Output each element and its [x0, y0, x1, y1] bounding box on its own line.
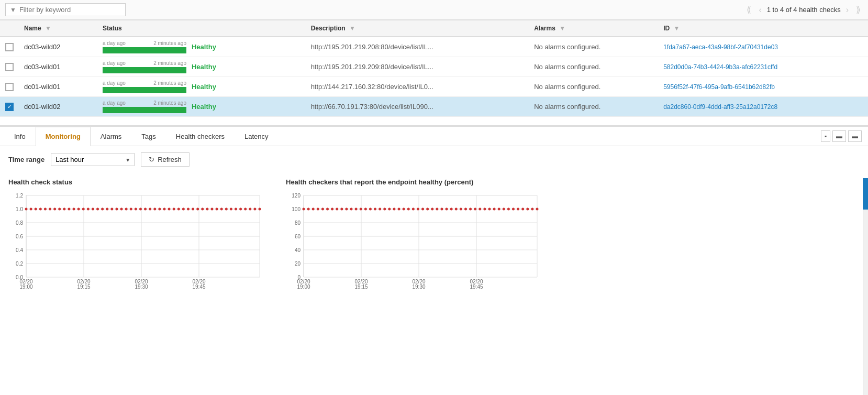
prev-page-button[interactable]: ‹ [756, 4, 763, 16]
svg-point-62 [230, 208, 232, 211]
tab-health-checkers[interactable]: Health checkers [166, 127, 235, 146]
svg-text:1.2: 1.2 [16, 193, 23, 199]
bar-start: a day ago [103, 100, 126, 106]
svg-point-107 [355, 208, 358, 211]
row-id-link[interactable]: 5956f52f-47f6-495a-9afb-6541b62d82fb [663, 83, 775, 91]
svg-point-141 [517, 208, 519, 211]
status-label: Healthy [192, 43, 216, 51]
row-checkbox-cell [0, 77, 19, 97]
row-name: dc01-wild01 [19, 77, 97, 97]
filter-input[interactable] [19, 6, 121, 14]
svg-point-137 [498, 208, 500, 211]
row-id-cell: 582d0d0a-74b3-4424-9b3a-afc62231cffd [658, 57, 868, 77]
svg-point-116 [398, 208, 400, 211]
pagination-text: 1 to 4 of 4 health checks [767, 6, 841, 14]
name-sort-icon[interactable]: ▼ [45, 25, 51, 32]
svg-text:19:30: 19:30 [135, 284, 148, 290]
row-checkbox[interactable] [5, 63, 14, 71]
svg-text:19:45: 19:45 [470, 284, 483, 290]
id-sort-icon[interactable]: ▼ [673, 25, 680, 32]
svg-text:19:45: 19:45 [192, 284, 205, 290]
time-range-select[interactable]: Last hourLast 3 hoursLast 6 hoursLast 12… [51, 153, 135, 166]
svg-point-31 [82, 208, 85, 211]
svg-point-134 [483, 208, 486, 211]
name-column-header: Name ▼ [19, 20, 97, 37]
tab-info[interactable]: Info [4, 127, 36, 146]
layout-small-button[interactable]: ▪ [821, 130, 830, 142]
svg-text:19:00: 19:00 [297, 284, 310, 290]
refresh-label: Refresh [158, 156, 182, 163]
tab-latency[interactable]: Latency [235, 127, 279, 146]
row-id-cell: 1fda7a67-aeca-43a9-98bf-2af70431de03 [658, 37, 868, 57]
tab-monitoring[interactable]: Monitoring [36, 127, 91, 146]
svg-point-48 [163, 208, 165, 211]
first-page-button[interactable]: ⟪ [744, 4, 753, 16]
svg-point-140 [512, 208, 515, 211]
tab-tags[interactable]: Tags [131, 127, 165, 146]
svg-point-133 [478, 208, 481, 211]
refresh-button[interactable]: ↻ Refresh [141, 152, 190, 167]
row-checkbox[interactable] [5, 43, 14, 51]
svg-point-110 [369, 208, 372, 211]
svg-text:20: 20 [295, 261, 301, 267]
row-checkbox[interactable]: ✓ [5, 103, 14, 111]
svg-point-138 [503, 208, 505, 211]
filter-wrap: ▼ [5, 3, 126, 16]
svg-point-99 [317, 208, 319, 211]
row-description: http://195.201.219.208:80/device/list/IL… [306, 37, 529, 57]
layout-large-button[interactable]: ▬ [848, 130, 862, 142]
svg-point-120 [417, 208, 419, 211]
row-id-link[interactable]: da2dc860-0df9-4ddd-aff3-25a12a0172c8 [663, 103, 777, 111]
svg-point-129 [460, 208, 462, 211]
svg-point-52 [182, 208, 185, 211]
bar-end: 2 minutes ago [153, 60, 186, 66]
status-bar [103, 47, 186, 53]
svg-text:0.4: 0.4 [16, 247, 23, 253]
svg-point-35 [101, 208, 104, 211]
row-id-link[interactable]: 582d0d0a-74b3-4424-9b3a-afc62231cffd [663, 63, 777, 71]
scrollbar[interactable] [863, 178, 868, 297]
svg-point-24 [49, 208, 51, 211]
svg-point-124 [436, 208, 438, 211]
status-label: Healthy [192, 103, 216, 111]
layout-medium-button[interactable]: ▬ [832, 130, 846, 142]
svg-point-50 [173, 208, 175, 211]
svg-text:0.8: 0.8 [16, 220, 23, 226]
svg-point-45 [149, 208, 151, 211]
row-checkbox[interactable] [5, 83, 14, 91]
svg-point-144 [531, 208, 533, 211]
svg-point-114 [388, 208, 391, 211]
svg-point-26 [58, 208, 61, 211]
svg-text:19:30: 19:30 [412, 284, 425, 290]
scrollbar-thumb[interactable] [863, 178, 868, 210]
table-row: ✓ dc01-wild02 a day ago 2 minutes ago He… [0, 97, 868, 117]
svg-point-56 [201, 208, 204, 211]
svg-point-65 [244, 208, 247, 211]
next-page-button[interactable]: › [844, 4, 851, 16]
svg-point-51 [177, 208, 180, 211]
filter-icon: ▼ [10, 6, 16, 14]
svg-point-121 [421, 208, 424, 211]
svg-point-39 [120, 208, 123, 211]
time-range-label: Time range [8, 156, 44, 163]
alarms-sort-icon[interactable]: ▼ [559, 25, 565, 32]
chart1-container: Health check status 1.2 1.0 0.8 0.6 0.4 … [8, 178, 265, 286]
svg-point-143 [526, 208, 529, 211]
svg-point-53 [187, 208, 190, 211]
tab-alarms[interactable]: Alarms [91, 127, 131, 146]
table-row: dc03-wild01 a day ago 2 minutes ago Heal… [0, 57, 868, 77]
svg-point-132 [474, 208, 476, 211]
svg-point-49 [168, 208, 171, 211]
last-page-button[interactable]: ⟫ [854, 4, 863, 16]
svg-point-97 [307, 208, 310, 211]
svg-point-125 [440, 208, 443, 211]
row-id-link[interactable]: 1fda7a67-aeca-43a9-98bf-2af70431de03 [663, 43, 778, 51]
desc-sort-icon[interactable]: ▼ [349, 25, 355, 32]
controls-row: Time range Last hourLast 3 hoursLast 6 h… [0, 146, 868, 173]
status-bar [103, 67, 186, 73]
svg-point-123 [431, 208, 433, 211]
svg-point-68 [259, 208, 261, 211]
svg-point-40 [125, 208, 128, 211]
svg-point-111 [374, 208, 376, 211]
row-checkbox-cell: ✓ [0, 97, 19, 117]
